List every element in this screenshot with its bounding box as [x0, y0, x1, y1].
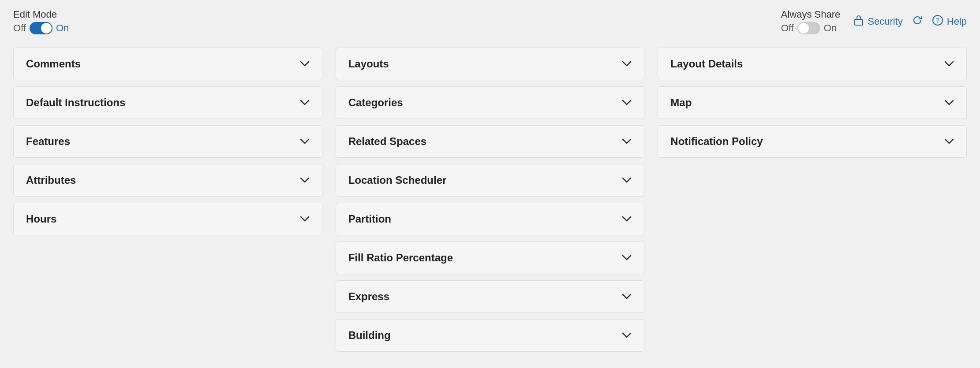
accordion-col2-3[interactable]: Location Scheduler — [336, 164, 645, 197]
edit-mode-toggle-row: Off On — [13, 22, 69, 34]
accordion-col2-7[interactable]: Building — [336, 319, 645, 352]
help-button[interactable]: ? Help — [932, 15, 967, 29]
edit-mode-on-label: On — [56, 22, 69, 34]
accordion-col2-5[interactable]: Fill Ratio Percentage — [336, 242, 645, 274]
help-label: Help — [947, 16, 967, 27]
always-share-off-label: Off — [781, 22, 794, 34]
accordion-label-col2-4: Partition — [348, 213, 391, 225]
always-share-knob — [798, 23, 809, 33]
accordion-label-col2-6: Express — [348, 290, 389, 303]
chevron-down-icon — [622, 252, 632, 264]
accordion-col2-1[interactable]: Categories — [336, 86, 645, 119]
accordion-label-col1-1: Default Instructions — [26, 97, 125, 109]
accordion-col2-2[interactable]: Related Spaces — [336, 125, 645, 158]
top-right-controls: Always Share Off On Security — [781, 9, 967, 34]
chevron-down-icon — [944, 136, 954, 147]
column-3: Layout DetailsMapNotification Policy — [658, 48, 967, 352]
svg-text:?: ? — [936, 17, 939, 24]
accordion-label-col2-2: Related Spaces — [348, 135, 426, 148]
accordion-col1-3[interactable]: Attributes — [13, 164, 322, 197]
chevron-down-icon — [944, 58, 954, 70]
security-button[interactable]: Security — [853, 15, 902, 29]
edit-mode-toggle-group: Edit Mode Off On — [13, 9, 69, 34]
accordion-col1-0[interactable]: Comments — [13, 48, 322, 80]
lock-icon — [853, 15, 864, 29]
edit-mode-off-label: Off — [13, 22, 26, 34]
always-share-toggle-group: Always Share Off On — [781, 9, 841, 34]
accordion-label-col2-3: Location Scheduler — [348, 174, 447, 186]
accordion-col1-1[interactable]: Default Instructions — [13, 86, 322, 119]
accordion-label-col3-1: Map — [670, 97, 692, 109]
accordion-label-col3-2: Notification Policy — [670, 135, 763, 148]
chevron-down-icon — [622, 330, 632, 341]
chevron-down-icon — [622, 213, 632, 225]
always-share-on-label: On — [824, 22, 837, 34]
main-grid: CommentsDefault InstructionsFeaturesAttr… — [13, 48, 967, 352]
accordion-col3-1[interactable]: Map — [658, 86, 967, 119]
chevron-down-icon — [622, 175, 632, 186]
accordion-label-col1-0: Comments — [26, 58, 81, 70]
security-label: Security — [868, 16, 902, 27]
accordion-label-col1-4: Hours — [26, 213, 56, 225]
refresh-icon — [912, 15, 923, 29]
chevron-down-icon — [622, 58, 632, 70]
edit-mode-toggle[interactable] — [30, 22, 52, 34]
help-icon: ? — [932, 15, 943, 29]
always-share-toggle-row: Off On — [781, 22, 837, 34]
accordion-col3-2[interactable]: Notification Policy — [658, 125, 967, 158]
accordion-label-col2-1: Categories — [348, 97, 403, 109]
edit-mode-knob — [41, 23, 52, 33]
refresh-button[interactable] — [912, 15, 923, 29]
accordion-col1-4[interactable]: Hours — [13, 203, 322, 235]
accordion-col3-0[interactable]: Layout Details — [658, 48, 967, 80]
top-actions: Security ? Help — [853, 15, 967, 29]
accordion-label-col2-5: Fill Ratio Percentage — [348, 252, 453, 264]
accordion-col2-6[interactable]: Express — [336, 280, 645, 313]
accordion-col2-4[interactable]: Partition — [336, 203, 645, 235]
column-1: CommentsDefault InstructionsFeaturesAttr… — [13, 48, 322, 352]
accordion-label-col1-3: Attributes — [26, 174, 76, 186]
edit-mode-label: Edit Mode — [13, 9, 57, 20]
chevron-down-icon — [300, 136, 310, 147]
chevron-down-icon — [300, 213, 310, 225]
chevron-down-icon — [300, 58, 310, 70]
always-share-label: Always Share — [781, 9, 841, 20]
chevron-down-icon — [622, 97, 632, 108]
chevron-down-icon — [622, 291, 632, 302]
accordion-label-col2-0: Layouts — [348, 58, 389, 70]
chevron-down-icon — [944, 97, 954, 108]
accordion-col1-2[interactable]: Features — [13, 125, 322, 158]
accordion-label-col1-2: Features — [26, 135, 70, 148]
chevron-down-icon — [300, 97, 310, 108]
top-bar: Edit Mode Off On Always Share Off On — [13, 9, 967, 34]
accordion-label-col2-7: Building — [348, 329, 391, 342]
svg-rect-0 — [855, 19, 863, 25]
chevron-down-icon — [622, 136, 632, 147]
accordion-col2-0[interactable]: Layouts — [336, 48, 645, 80]
accordion-label-col3-0: Layout Details — [670, 58, 743, 70]
column-2: LayoutsCategoriesRelated SpacesLocation … — [336, 48, 645, 352]
chevron-down-icon — [300, 175, 310, 186]
always-share-toggle[interactable] — [797, 22, 820, 34]
